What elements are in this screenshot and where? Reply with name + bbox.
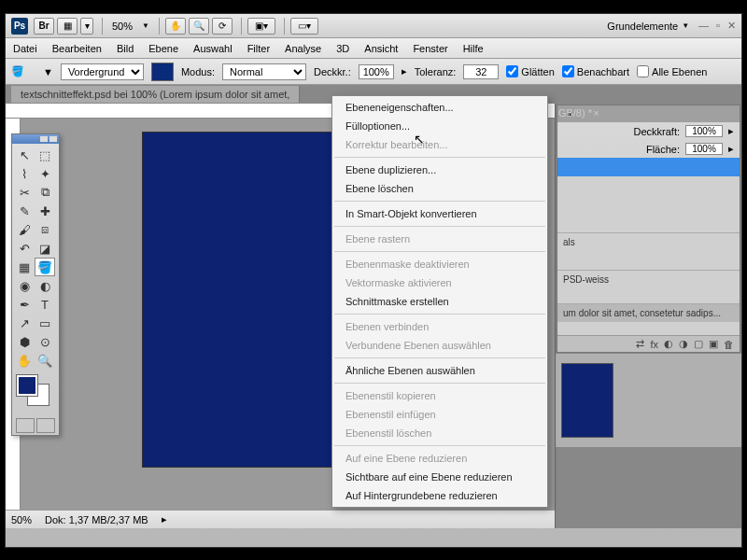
tolerance-field[interactable] bbox=[463, 64, 499, 79]
fg-color[interactable] bbox=[17, 375, 37, 396]
opacity-field[interactable] bbox=[359, 64, 394, 79]
history-brush-tool[interactable]: ↶ bbox=[14, 239, 35, 258]
folder-icon[interactable]: ▢ bbox=[694, 338, 703, 350]
menu-ansicht[interactable]: Ansicht bbox=[364, 43, 398, 54]
menu-analyse[interactable]: Analyse bbox=[285, 43, 321, 54]
link-icon[interactable]: ⇄ bbox=[636, 338, 644, 350]
pen-tool[interactable]: ✒ bbox=[14, 295, 35, 314]
move-tool[interactable]: ↖ bbox=[14, 146, 35, 164]
workspace-switcher[interactable]: Grundelemente▼ bbox=[607, 21, 689, 32]
menu-auswahl[interactable]: Auswahl bbox=[193, 43, 233, 54]
marquee-tool[interactable]: ⬚ bbox=[35, 146, 55, 164]
ctx-delete-layer[interactable]: Ebene löschen bbox=[332, 179, 547, 198]
layer-selected[interactable] bbox=[557, 158, 740, 176]
layer-item[interactable]: PSD-weiss bbox=[557, 270, 740, 288]
menu-bild[interactable]: Bild bbox=[117, 43, 134, 54]
type-tool[interactable]: T bbox=[35, 295, 55, 314]
toolbox-close-icon[interactable] bbox=[49, 136, 57, 142]
quickmask-mask[interactable] bbox=[36, 418, 55, 433]
shape-tool[interactable]: ▭ bbox=[35, 314, 55, 332]
toolbox-min-icon[interactable] bbox=[40, 136, 48, 142]
screen-mode-icon[interactable]: ▭▾ bbox=[290, 18, 318, 35]
ctx-layer-properties[interactable]: Ebeneneigenschaften... bbox=[332, 98, 547, 117]
3d-cam-tool[interactable]: ⊙ bbox=[35, 332, 55, 351]
dropdown-button[interactable]: ▾ bbox=[80, 18, 93, 35]
eraser-tool[interactable]: ◪ bbox=[35, 239, 55, 258]
color-picker[interactable] bbox=[13, 375, 58, 413]
tab-doc1[interactable]: textschnitteffekt.psd bei 100% (Lorem ip… bbox=[11, 86, 300, 103]
ctx-duplicate-layer[interactable]: Ebene duplizieren... bbox=[332, 161, 547, 179]
heal-tool[interactable]: ✚ bbox=[35, 202, 55, 220]
statusbar: 50% Dok: 1,37 MB/2,37 MB ▸ bbox=[6, 510, 555, 528]
blur-tool[interactable]: ◉ bbox=[14, 276, 35, 295]
mode-select[interactable]: Normal bbox=[222, 63, 306, 80]
ctx-enable-vectormask: Vektormaske aktivieren bbox=[332, 273, 547, 292]
contiguous-checkbox[interactable]: Benachbart bbox=[562, 65, 629, 77]
eyedropper-tool[interactable]: ✎ bbox=[14, 202, 35, 220]
context-menu: Ebeneneigenschaften... Fülloptionen... K… bbox=[331, 95, 548, 508]
menu-fenster[interactable]: Fenster bbox=[413, 43, 447, 54]
all-layers-checkbox[interactable]: Alle Ebenen bbox=[637, 65, 707, 77]
ctx-merge-down: Auf eine Ebene reduzieren bbox=[332, 449, 547, 468]
ctx-select-similar[interactable]: Ähnliche Ebenen auswählen bbox=[332, 361, 547, 380]
crop-tool[interactable]: ✂ bbox=[14, 183, 35, 202]
antialias-checkbox[interactable]: Glätten bbox=[506, 65, 554, 77]
hand-tool[interactable]: ✋ bbox=[14, 351, 35, 370]
arrange-icon[interactable]: ▣▾ bbox=[247, 18, 275, 35]
tab-close-icon[interactable]: × bbox=[594, 107, 599, 119]
layer-opacity-label: Deckkraft: bbox=[633, 126, 680, 137]
slice-tool[interactable]: ⧉ bbox=[35, 183, 55, 202]
zoom-icon[interactable]: 🔍 bbox=[189, 18, 209, 35]
opacity-label: Deckkr.: bbox=[314, 66, 351, 77]
zoom-tool[interactable]: 🔍 bbox=[35, 351, 55, 370]
quickmask-std[interactable] bbox=[16, 418, 35, 433]
dodge-tool[interactable]: ◐ bbox=[35, 276, 55, 295]
status-zoom[interactable]: 50% bbox=[11, 514, 32, 525]
layer-fill-field[interactable] bbox=[685, 143, 723, 155]
3d-tool[interactable]: ⬢ bbox=[14, 332, 35, 351]
ctx-clipping-mask[interactable]: Schnittmaske erstellen bbox=[332, 292, 547, 311]
color-swatch[interactable] bbox=[151, 63, 174, 81]
gradient-tool[interactable]: ▦ bbox=[14, 258, 35, 276]
menu-datei[interactable]: Datei bbox=[13, 43, 37, 54]
bridge-button[interactable]: Br bbox=[34, 18, 54, 35]
workspace-label: Grundelemente bbox=[607, 21, 678, 32]
fill-source-select[interactable]: Vordergrund bbox=[61, 63, 144, 80]
rotate-icon[interactable]: ⟳ bbox=[212, 18, 233, 35]
canvas[interactable] bbox=[142, 132, 338, 468]
hand-icon[interactable]: ✋ bbox=[165, 18, 186, 35]
menu-ebene[interactable]: Ebene bbox=[148, 43, 178, 54]
menu-3d[interactable]: 3D bbox=[336, 43, 349, 54]
history-button[interactable]: ▦ bbox=[57, 18, 78, 35]
layer-item[interactable]: um dolor sit amet, consetetur sadips... bbox=[557, 303, 740, 322]
menu-hilfe[interactable]: Hilfe bbox=[463, 43, 484, 54]
doc-thumb[interactable] bbox=[561, 363, 613, 438]
tool-preset-icon[interactable]: 🪣 bbox=[11, 65, 35, 77]
path-tool[interactable]: ↗ bbox=[14, 314, 35, 332]
ctx-flatten[interactable]: Auf Hintergrundebene reduzieren bbox=[332, 486, 547, 505]
layer-item[interactable]: als bbox=[557, 232, 740, 251]
maximize-icon[interactable]: ▫ bbox=[716, 20, 720, 32]
wand-tool[interactable]: ✦ bbox=[35, 164, 55, 183]
layer-opacity-field[interactable] bbox=[685, 125, 723, 137]
toolbox: ↖ ⬚ ⌇ ✦ ✂ ⧉ ✎ ✚ 🖌 ⧇ ↶ ◪ ▦ 🪣 ◉ ◐ ✒ T ↗ ▭ bbox=[11, 133, 60, 436]
menu-bearbeiten[interactable]: Bearbeiten bbox=[52, 43, 102, 54]
fx-icon[interactable]: fx bbox=[650, 339, 658, 350]
ctx-convert-smart[interactable]: In Smart-Objekt konvertieren bbox=[332, 204, 547, 223]
ctx-blending-options[interactable]: Fülloptionen... bbox=[332, 117, 547, 135]
bucket-tool[interactable]: 🪣 bbox=[35, 258, 55, 276]
close-icon[interactable]: ✕ bbox=[727, 20, 736, 32]
new-layer-icon[interactable]: ▣ bbox=[709, 338, 718, 350]
stamp-tool[interactable]: ⧇ bbox=[35, 220, 55, 239]
mask-icon[interactable]: ◐ bbox=[664, 338, 673, 350]
trash-icon[interactable]: 🗑 bbox=[724, 339, 734, 350]
tab-doc2[interactable]: GB/8) * bbox=[558, 107, 592, 119]
lasso-tool[interactable]: ⌇ bbox=[14, 164, 35, 183]
minimize-icon[interactable]: — bbox=[698, 20, 709, 32]
menu-filter[interactable]: Filter bbox=[247, 43, 270, 54]
ctx-merge-visible[interactable]: Sichtbare auf eine Ebene reduzieren bbox=[332, 468, 547, 486]
adjustment-icon[interactable]: ◑ bbox=[679, 338, 688, 350]
brush-tool[interactable]: 🖌 bbox=[14, 220, 35, 239]
zoom-value: 50% bbox=[108, 19, 136, 34]
zoom-control[interactable]: 50%▼ bbox=[108, 19, 153, 34]
